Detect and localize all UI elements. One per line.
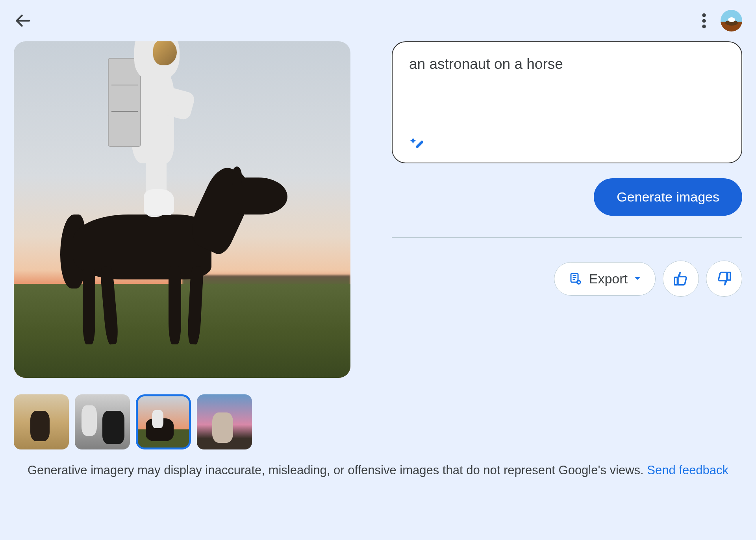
more-options-button[interactable] <box>696 13 712 29</box>
export-icon <box>569 272 583 286</box>
magic-wand-icon <box>409 136 425 152</box>
send-feedback-link[interactable]: Send feedback <box>647 463 728 477</box>
arrow-left-icon <box>14 12 32 30</box>
generate-images-button[interactable]: Generate images <box>594 178 742 216</box>
svg-rect-4 <box>415 140 424 148</box>
user-avatar[interactable] <box>721 10 742 31</box>
prompt-text-input[interactable]: an astronaut on a horse <box>409 56 725 87</box>
back-button[interactable] <box>14 12 32 30</box>
generated-image-main[interactable] <box>14 41 350 378</box>
thumbs-up-button[interactable] <box>663 261 699 297</box>
svg-point-3 <box>702 24 706 28</box>
svg-point-1 <box>702 13 706 17</box>
svg-point-2 <box>702 19 706 23</box>
export-label: Export <box>589 271 628 287</box>
dropdown-icon <box>634 276 641 281</box>
thumbnail-4[interactable] <box>197 394 252 449</box>
thumbnail-1[interactable] <box>14 394 69 449</box>
thumbnail-2[interactable] <box>75 394 130 449</box>
thumbs-down-button[interactable] <box>706 261 742 297</box>
prompt-input-box: an astronaut on a horse <box>392 41 742 163</box>
magic-edit-button[interactable] <box>409 136 425 152</box>
divider <box>392 237 742 238</box>
thumbs-down-icon <box>716 270 732 287</box>
more-vert-icon <box>702 13 706 28</box>
thumbnail-row <box>14 394 350 449</box>
disclaimer-body: Generative imagery may display inaccurat… <box>28 463 647 477</box>
export-button[interactable]: Export <box>554 262 656 296</box>
thumbs-up-icon <box>673 270 689 287</box>
disclaimer-text: Generative imagery may display inaccurat… <box>0 462 756 479</box>
thumbnail-3[interactable] <box>136 394 191 449</box>
